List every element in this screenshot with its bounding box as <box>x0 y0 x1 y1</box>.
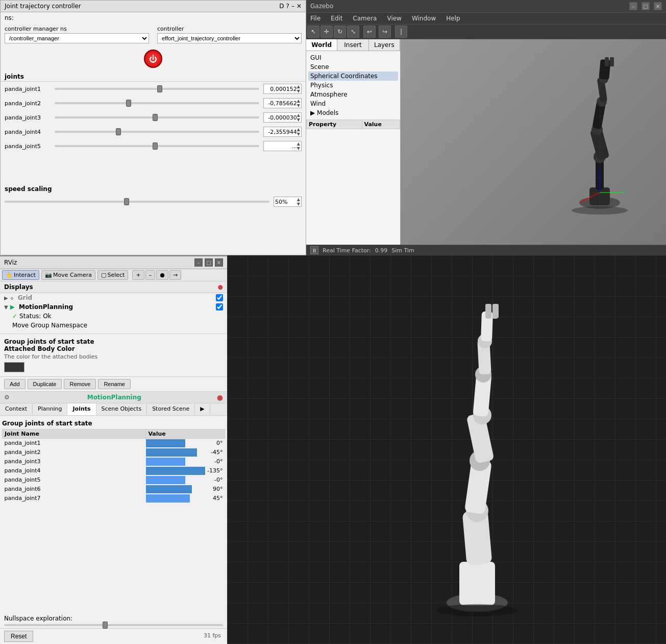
toolbar-add[interactable]: + <box>132 270 144 280</box>
joint-table-row: panda_joint745° <box>3 494 225 503</box>
joint-bar-value: -0° <box>214 457 223 466</box>
tree-spherical[interactable]: Spherical Coordinates <box>308 71 398 81</box>
power-button[interactable]: ⏻ <box>144 50 162 68</box>
gazebo-close[interactable]: ✕ <box>654 2 662 10</box>
joint3-slider[interactable] <box>55 116 259 118</box>
display-grid[interactable]: ▶ ⬦ Grid <box>0 293 227 302</box>
grid-checkbox[interactable] <box>216 294 223 301</box>
remove-button[interactable]: Remove <box>64 379 96 389</box>
gazebo-tab-insert[interactable]: Insert <box>337 39 368 51</box>
toolbar-select[interactable]: ↖ <box>307 26 319 38</box>
tree-scene[interactable]: Scene <box>308 62 398 71</box>
joint-table-row: panda_joint5-0° <box>3 475 225 485</box>
toolbar-arrow[interactable]: → <box>169 270 181 280</box>
menu-edit[interactable]: Edit <box>329 14 344 23</box>
toolbar-minus[interactable]: – <box>145 270 156 280</box>
joint-bar-value: 0° <box>216 439 223 448</box>
joint-name: panda_joint2 <box>5 100 51 107</box>
pause-button[interactable]: ⏸ <box>310 246 318 254</box>
joint2-slider[interactable] <box>55 102 259 104</box>
simtime-label: Sim Tim <box>391 247 414 254</box>
menu-file[interactable]: File <box>308 14 323 23</box>
menu-help[interactable]: Help <box>444 14 462 23</box>
gazebo-minimize[interactable]: – <box>629 2 637 10</box>
gazebo-maximize[interactable]: □ <box>642 2 650 10</box>
speed-slider[interactable] <box>5 201 269 203</box>
toolbar-undo[interactable]: ↩ <box>363 26 376 38</box>
jc-titlebar-icons: D ? – ✕ <box>279 3 302 10</box>
controller-manager-select[interactable]: /controller_manager <box>5 33 149 43</box>
tool-interact[interactable]: 👆 Interact <box>2 270 39 280</box>
rviz-minimize[interactable]: – <box>194 258 203 267</box>
move-group-sub-item: Move Group Namespace <box>0 321 227 330</box>
duplicate-button[interactable]: Duplicate <box>28 379 62 389</box>
joint-table-value: 0° <box>146 439 225 448</box>
toolbar-scale[interactable]: ⤡ <box>347 26 359 38</box>
grid-label: Grid <box>18 294 32 301</box>
expand-icon-mp: ▼ <box>4 304 8 310</box>
tab-joints[interactable]: Joints <box>67 403 96 415</box>
add-button[interactable]: Add <box>4 379 26 389</box>
svg-rect-35 <box>485 304 491 318</box>
mp-section-title: MotionPlanning <box>87 394 141 401</box>
joint-table-row: panda_joint10° <box>3 439 225 448</box>
tool-move-camera[interactable]: 📷 Move Camera <box>41 270 95 280</box>
interact-icon: 👆 <box>6 272 13 278</box>
tab-context[interactable]: Context <box>0 403 33 415</box>
svg-rect-21 <box>459 562 495 605</box>
gazebo-title: Gazebo <box>310 3 333 10</box>
tab-scene-objects[interactable]: Scene Objects <box>96 403 147 415</box>
svg-rect-36 <box>492 304 499 318</box>
joint-bar-value: -45° <box>211 448 223 457</box>
controller-select[interactable]: effort_joint_trajectory_controller <box>157 33 302 43</box>
toolbar-translate[interactable]: ✛ <box>320 26 333 38</box>
menu-camera[interactable]: Camera <box>351 14 379 23</box>
tab-more[interactable]: ▶ <box>195 403 210 415</box>
joint-table-value: 45° <box>146 494 225 503</box>
mp-checkbox[interactable] <box>216 303 223 311</box>
tree-atmosphere[interactable]: Atmosphere <box>308 90 398 99</box>
move-group-label: Move Group Namespace <box>12 322 87 329</box>
joint4-slider[interactable] <box>55 131 259 133</box>
status-ok: Status: Ok <box>19 313 52 320</box>
joint-bar-value: -135° <box>207 466 223 475</box>
tree-physics[interactable]: Physics <box>308 81 398 90</box>
nullspace-label: Nullspace exploration: <box>4 615 223 622</box>
joint-table-name: panda_joint4 <box>3 466 146 475</box>
tree-wind[interactable]: Wind <box>308 99 398 108</box>
joint-name: panda_joint4 <box>5 129 51 135</box>
prop-header-property: Property <box>307 120 362 129</box>
tab-planning[interactable]: Planning <box>33 403 67 415</box>
toolbar-more[interactable]: | <box>395 26 407 38</box>
rviz-maximize[interactable]: □ <box>205 258 213 267</box>
joint-bar <box>146 494 190 503</box>
rviz-close[interactable]: ✕ <box>215 258 223 267</box>
displays-close[interactable]: ● <box>218 283 223 291</box>
rename-button[interactable]: Rename <box>98 379 131 389</box>
jc-title: Joint trajectory controller <box>5 3 81 10</box>
tree-gui[interactable]: GUI <box>308 53 398 62</box>
jc-icon-minus: – <box>291 3 294 10</box>
joints-label: joints <box>1 72 306 81</box>
joint4-value: -2,355944 <box>265 129 297 135</box>
gazebo-tab-world[interactable]: World <box>306 39 337 51</box>
menu-view[interactable]: View <box>385 14 403 23</box>
joint-table-name: panda_joint7 <box>3 494 146 503</box>
display-motion-planning[interactable]: ▼ ▶ MotionPlanning <box>0 302 227 312</box>
color-swatch[interactable] <box>4 362 24 372</box>
joint1-slider[interactable] <box>55 88 259 90</box>
tab-stored-scene[interactable]: Stored Scene <box>147 403 195 415</box>
mp-section-close[interactable]: ● <box>217 393 223 401</box>
joint-table-name: panda_joint1 <box>3 439 146 448</box>
nullspace-slider[interactable] <box>4 624 223 626</box>
joint-row: panda_joint5 ... ▲▼ <box>5 141 302 151</box>
joint5-slider[interactable] <box>55 145 259 147</box>
menu-window[interactable]: Window <box>410 14 438 23</box>
tool-select[interactable]: ▢ Select <box>97 270 128 280</box>
reset-button[interactable]: Reset <box>4 631 33 642</box>
tree-models[interactable]: ▶ Models <box>308 108 398 117</box>
toolbar-redo[interactable]: ↪ <box>379 26 391 38</box>
toolbar-dot[interactable]: ● <box>156 270 168 280</box>
toolbar-rotate[interactable]: ↻ <box>334 26 346 38</box>
gazebo-tab-layers[interactable]: Layers <box>369 39 400 51</box>
